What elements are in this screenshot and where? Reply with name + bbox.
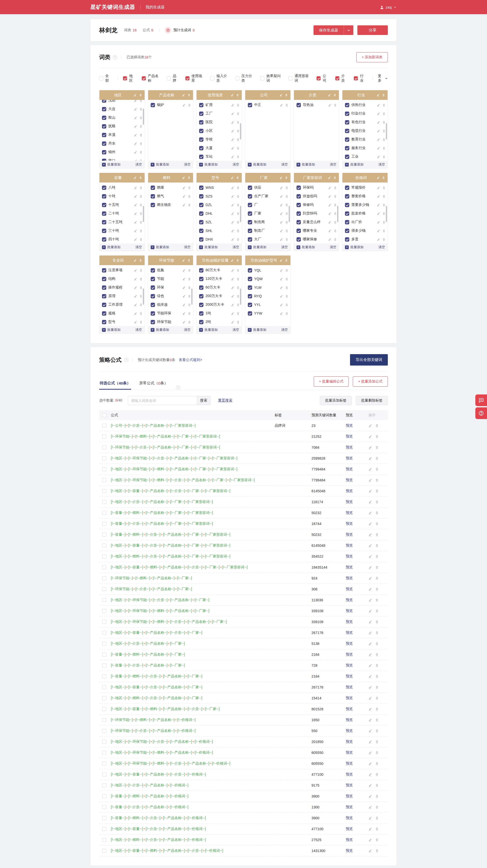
pencil-icon[interactable] [134, 100, 137, 102]
tab-pending-formulas[interactable]: 待选公式（40条） [99, 378, 131, 390]
pencil-icon[interactable] [328, 229, 332, 232]
batch-add-button[interactable]: +批量添加 [199, 245, 218, 249]
word-checkbox[interactable] [345, 229, 349, 233]
clear-button[interactable]: 清空 [281, 245, 288, 249]
row-checkbox[interactable] [102, 674, 106, 678]
pencil-icon[interactable] [377, 155, 380, 158]
trash-icon[interactable] [375, 664, 379, 667]
select-all-checkbox[interactable] [102, 413, 106, 417]
pencil-icon[interactable] [134, 151, 137, 154]
trash-icon[interactable] [139, 238, 143, 241]
row-checkbox[interactable] [102, 435, 106, 439]
word-checkbox[interactable] [102, 133, 106, 137]
pencil-icon[interactable] [134, 312, 137, 315]
pencil-icon[interactable] [134, 94, 137, 97]
trash-icon[interactable] [139, 303, 143, 307]
trash-icon[interactable] [375, 729, 379, 733]
clear-button[interactable]: 清空 [281, 162, 288, 167]
word-checkbox[interactable] [151, 285, 155, 290]
batch-add-tag-button[interactable]: 批量添加标签 [320, 396, 352, 405]
pencil-icon[interactable] [134, 221, 137, 224]
tab-abnormal-formulas[interactable]: 异常公式（0条） [139, 378, 168, 390]
word-item-list[interactable]: 八吨十吨十五吨二十吨二十五吨三十吨四十吨 [99, 183, 145, 243]
word-checkbox[interactable] [151, 277, 155, 281]
word-checkbox[interactable] [102, 285, 106, 290]
pencil-icon[interactable] [369, 555, 372, 558]
word-checkbox[interactable] [102, 194, 106, 198]
trash-icon[interactable] [375, 500, 379, 504]
pencil-icon[interactable] [369, 838, 372, 842]
pencil-icon[interactable] [328, 195, 332, 198]
scrollbar-thumb[interactable] [386, 123, 387, 140]
trash-icon[interactable] [285, 269, 288, 272]
preview-link[interactable]: 预览 [346, 663, 353, 667]
pencil-icon[interactable] [369, 751, 372, 754]
trash-icon[interactable] [139, 229, 143, 232]
trash-icon[interactable] [334, 195, 337, 198]
row-checkbox[interactable] [102, 707, 106, 711]
pencil-icon[interactable] [369, 478, 372, 482]
trash-icon[interactable] [236, 195, 240, 198]
batch-add-button[interactable]: +批量添加 [151, 245, 169, 249]
preview-link[interactable]: 预览 [346, 794, 353, 798]
pencil-icon[interactable] [369, 729, 372, 733]
checkbox-checked[interactable] [335, 76, 339, 80]
batch-add-button[interactable]: +批量添加 [102, 245, 120, 249]
filter-checkbox-使用场景[interactable]: 使用场景 [185, 74, 204, 83]
preview-link[interactable]: 预览 [346, 510, 353, 515]
pencil-icon[interactable] [231, 269, 234, 272]
pencil-icon[interactable] [328, 186, 332, 189]
row-checkbox[interactable] [102, 576, 106, 580]
word-checkbox[interactable] [102, 311, 106, 316]
pencil-icon[interactable] [231, 312, 234, 315]
filter-checkbox-公司[interactable]: 公司 [317, 74, 328, 83]
word-checkbox[interactable] [199, 112, 203, 116]
word-checkbox[interactable] [199, 294, 203, 299]
preview-link[interactable]: 预览 [346, 740, 353, 744]
trash-icon[interactable] [285, 203, 288, 207]
word-checkbox[interactable] [345, 129, 349, 133]
trash-icon[interactable] [382, 186, 385, 189]
word-checkbox[interactable] [248, 220, 252, 224]
pencil-icon[interactable] [280, 286, 283, 289]
word-checkbox[interactable] [199, 146, 203, 150]
word-checkbox[interactable] [102, 237, 106, 242]
pencil-icon[interactable] [134, 195, 137, 198]
pencil-icon[interactable] [377, 221, 380, 224]
filter-checkbox-地区[interactable]: 地区 [123, 74, 135, 83]
word-item-list[interactable]: 注意事项结构操作规程原理工作原理规格型号 [99, 265, 145, 326]
pencil-icon[interactable] [377, 121, 380, 124]
trash-icon[interactable] [139, 212, 143, 215]
word-checkbox[interactable] [199, 203, 203, 207]
word-checkbox[interactable] [199, 137, 203, 142]
clear-button[interactable]: 清空 [233, 328, 239, 332]
word-checkbox[interactable] [296, 103, 301, 107]
pencil-icon[interactable] [231, 221, 234, 224]
trash-icon[interactable] [382, 195, 385, 198]
word-checkbox[interactable] [102, 268, 106, 273]
preview-link[interactable]: 预览 [346, 522, 353, 526]
row-checkbox[interactable] [102, 598, 106, 602]
trash-icon[interactable] [139, 312, 143, 315]
pencil-icon[interactable] [134, 294, 137, 298]
clear-button[interactable]: 清空 [378, 245, 385, 249]
trash-icon[interactable] [375, 544, 379, 547]
word-checkbox[interactable] [102, 142, 106, 146]
preview-link[interactable]: 预览 [346, 816, 353, 820]
pencil-icon[interactable] [369, 467, 372, 471]
trash-icon[interactable] [375, 598, 379, 602]
word-checkbox[interactable] [345, 155, 349, 159]
trash-icon[interactable] [139, 159, 143, 161]
scrollbar-thumb[interactable] [240, 288, 241, 305]
pencil-icon[interactable] [369, 446, 372, 449]
pencil-icon[interactable] [231, 294, 234, 298]
pencil-icon[interactable] [182, 186, 186, 189]
row-checkbox[interactable] [102, 696, 106, 700]
word-checkbox[interactable] [199, 211, 203, 216]
preview-link[interactable]: 预览 [346, 838, 353, 842]
pencil-icon[interactable] [369, 565, 372, 569]
trash-icon[interactable] [188, 94, 191, 97]
trash-icon[interactable] [139, 107, 143, 111]
clear-button[interactable]: 清空 [184, 245, 191, 249]
row-checkbox[interactable] [102, 642, 106, 646]
